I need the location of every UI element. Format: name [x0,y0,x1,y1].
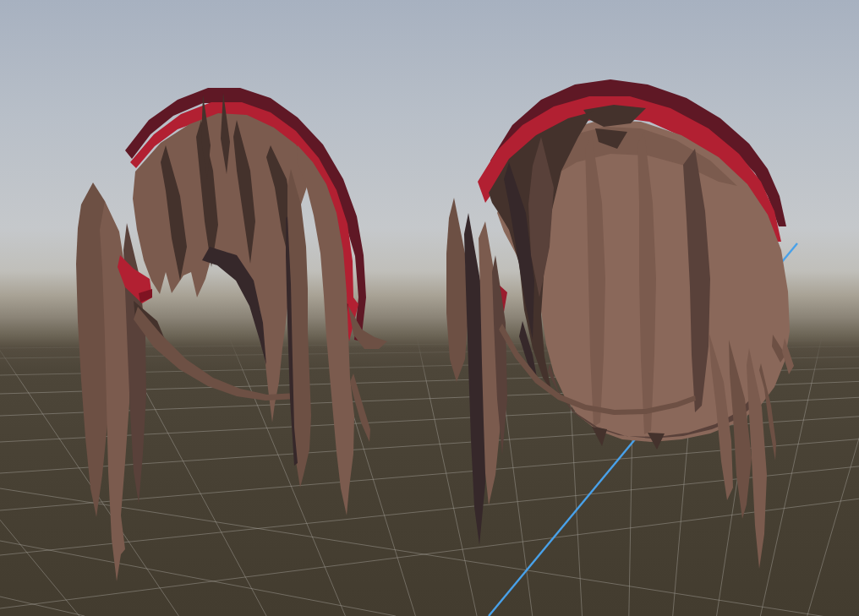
scene-canvas[interactable] [0,0,859,616]
3d-viewport[interactable] [0,0,859,616]
